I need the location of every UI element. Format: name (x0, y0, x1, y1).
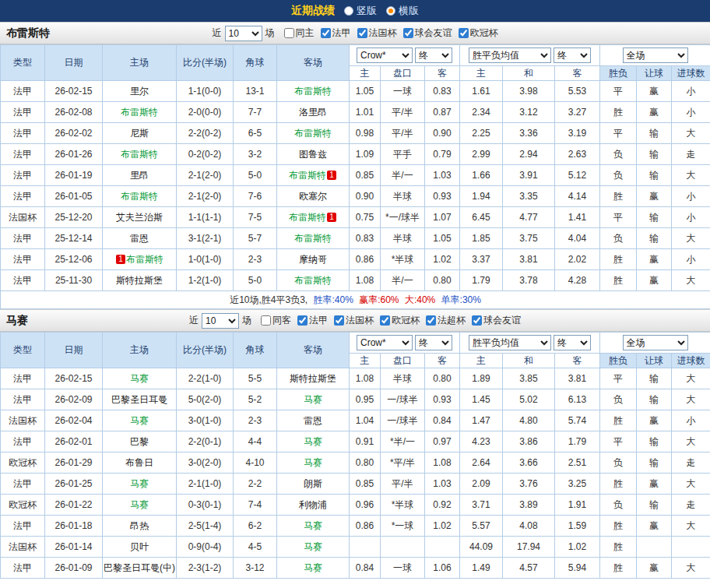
away-team[interactable]: 利物浦 (277, 495, 350, 516)
away-team[interactable]: 布雷斯特1 (277, 165, 350, 186)
score[interactable]: 5-0(2-0) (177, 389, 234, 410)
away-team[interactable]: 布雷斯特 (277, 270, 350, 291)
avg-odds-select[interactable]: 胜平负均值 (469, 48, 551, 63)
home-team[interactable]: 巴黎 (103, 431, 177, 452)
filter-checkbox[interactable]: 欧冠杯 (380, 314, 420, 327)
filter-checkbox[interactable]: 球会友谊 (403, 26, 452, 40)
away-team[interactable]: 马赛 (277, 452, 350, 474)
radio-vertical-layout[interactable]: 竖版 (344, 4, 377, 18)
home-team[interactable]: 布鲁日 (103, 452, 177, 474)
home-team[interactable]: 马赛 (103, 474, 177, 495)
score[interactable]: 0-2(0-2) (177, 144, 234, 165)
score[interactable]: 1-2(1-0) (177, 270, 234, 291)
score[interactable]: 2-0(0-0) (177, 102, 234, 123)
score[interactable]: 1-1(1-1) (177, 207, 234, 228)
score[interactable]: 2-1(2-0) (177, 186, 234, 207)
filter-checkbox[interactable]: 法国杯 (334, 314, 374, 327)
away-team[interactable]: 马赛 (277, 537, 350, 558)
match-count-select[interactable]: 10 (225, 26, 262, 41)
home-team[interactable]: 艾夫兰治斯 (103, 207, 177, 228)
odds-time-select[interactable]: 终 (415, 335, 452, 350)
radio-checked-icon[interactable] (386, 6, 395, 16)
scope-select[interactable]: 全场 (623, 335, 688, 350)
score[interactable]: 2-3(1-2) (177, 558, 234, 579)
home-team[interactable]: 马赛 (103, 410, 177, 431)
home-team[interactable]: 昂热 (103, 516, 177, 537)
filter-checkbox[interactable]: 法甲 (321, 26, 351, 40)
score[interactable]: 0-9(0-4) (177, 537, 234, 558)
filter-checkbox[interactable]: 欧冠杯 (459, 26, 498, 40)
checkbox-input[interactable] (321, 28, 331, 38)
checkbox-input[interactable] (284, 28, 294, 38)
checkbox-input[interactable] (261, 315, 271, 326)
away-team[interactable]: 马赛 (277, 431, 350, 452)
filter-checkbox[interactable]: 法超杯 (426, 314, 466, 327)
away-team[interactable]: 图鲁兹 (277, 144, 350, 165)
checkbox-input[interactable] (297, 315, 308, 326)
home-team[interactable]: 里昂 (103, 165, 177, 186)
score[interactable]: 2-5(1-4) (177, 516, 234, 537)
home-team[interactable]: 布雷斯特 (103, 186, 177, 207)
scope-select[interactable]: 全场 (623, 48, 688, 63)
away-team[interactable]: 斯特拉斯堡 (277, 368, 350, 389)
bookmaker-select[interactable]: Crow* (357, 335, 413, 350)
filter-checkbox[interactable]: 法甲 (297, 314, 328, 327)
checkbox-input[interactable] (380, 315, 390, 326)
home-team[interactable]: 尼斯 (103, 123, 177, 144)
score[interactable]: 2-1(2-0) (177, 165, 234, 186)
score[interactable]: 2-1(1-0) (177, 474, 234, 495)
score[interactable]: 2-2(0-1) (177, 431, 234, 452)
filter-checkbox[interactable]: 球会友谊 (472, 314, 521, 327)
away-team[interactable]: 马赛 (277, 389, 350, 410)
filter-checkbox[interactable]: 同主 (284, 26, 315, 40)
checkbox-input[interactable] (472, 315, 482, 326)
away-team[interactable]: 摩纳哥 (277, 249, 350, 270)
home-team[interactable]: 布雷斯特 (103, 144, 177, 165)
home-team[interactable]: 布雷斯特 (103, 102, 177, 123)
score[interactable]: 3-0(1-0) (177, 410, 234, 431)
away-team[interactable]: 马赛 (277, 516, 350, 537)
goals-result: 大 (672, 228, 710, 249)
score[interactable]: 2-2(0-2) (177, 123, 234, 144)
match-count-select[interactable]: 10 (202, 313, 239, 329)
home-team[interactable]: 里尔 (103, 81, 177, 102)
avg-time-select[interactable]: 终 (554, 48, 591, 63)
score[interactable]: 3-0(2-0) (177, 452, 234, 474)
score[interactable]: 3-1(2-1) (177, 228, 234, 249)
score[interactable]: 0-3(0-1) (177, 495, 234, 516)
home-team[interactable]: 1布雷斯特 (103, 249, 177, 270)
avg-odds-select[interactable]: 胜平负均值 (469, 335, 551, 350)
away-team[interactable]: 马赛 (277, 558, 350, 579)
filter-checkbox[interactable]: 法国杯 (357, 26, 397, 40)
odds-time-select[interactable]: 终 (415, 48, 452, 63)
home-team[interactable]: 马赛 (103, 368, 177, 389)
checkbox-input[interactable] (334, 315, 344, 326)
score[interactable]: 1-1(0-0) (177, 81, 234, 102)
summary-segment: 单率:30% (441, 294, 481, 305)
checkbox-input[interactable] (459, 28, 469, 38)
away-team[interactable]: 布雷斯特 (277, 228, 350, 249)
radio-horizontal-layout[interactable]: 横版 (386, 4, 419, 18)
away-team[interactable]: 洛里昂 (277, 102, 350, 123)
home-team[interactable]: 巴黎圣日耳曼(中) (103, 558, 177, 579)
score[interactable]: 1-0(1-0) (177, 249, 234, 270)
home-team[interactable]: 马赛 (103, 495, 177, 516)
filter-checkbox[interactable]: 同客 (261, 314, 291, 327)
home-team[interactable]: 巴黎圣日耳曼 (103, 389, 177, 410)
away-team[interactable]: 布雷斯特 (277, 123, 350, 144)
checkbox-input[interactable] (426, 315, 436, 326)
away-team[interactable]: 布雷斯特 (277, 81, 350, 102)
checkbox-input[interactable] (357, 28, 367, 38)
avg-time-select[interactable]: 终 (554, 335, 591, 350)
bookmaker-select[interactable]: Crow* (357, 48, 413, 63)
away-team[interactable]: 欧塞尔 (277, 186, 350, 207)
away-team[interactable]: 朗斯 (277, 474, 350, 495)
radio-unchecked-icon[interactable] (344, 6, 353, 16)
away-team[interactable]: 雷恩 (277, 410, 350, 431)
home-team[interactable]: 贝叶 (103, 537, 177, 558)
home-team[interactable]: 雷恩 (103, 228, 177, 249)
home-team[interactable]: 斯特拉斯堡 (103, 270, 177, 291)
score[interactable]: 2-2(1-0) (177, 368, 234, 389)
away-team[interactable]: 布雷斯特1 (277, 207, 350, 228)
checkbox-input[interactable] (403, 28, 413, 38)
